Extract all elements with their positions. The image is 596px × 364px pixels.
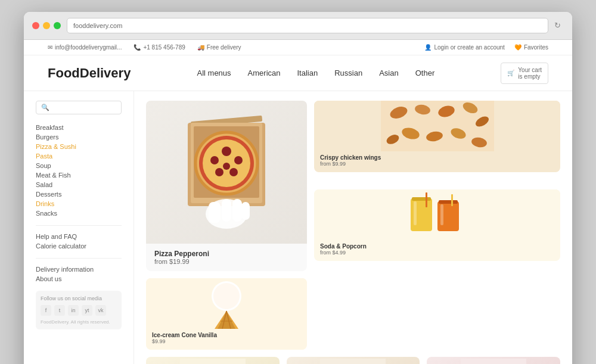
icecream-product-image	[146, 278, 307, 329]
featured-product-info: Pizza Pepperoni from $19.99	[146, 244, 307, 271]
close-button[interactable]	[32, 22, 39, 29]
svg-rect-36	[451, 194, 453, 206]
site-logo: FoodDelivery	[48, 66, 131, 81]
facebook-icon[interactable]: f	[41, 305, 51, 316]
sidebar-category-burgers[interactable]: Burgers	[36, 132, 122, 142]
svg-point-12	[223, 163, 230, 170]
icecream-product-price: $9.99	[152, 338, 301, 344]
box-card[interactable]	[427, 357, 560, 364]
minimize-button[interactable]	[43, 22, 50, 29]
search-input[interactable]	[52, 104, 116, 111]
icecream-product-name: Ice-cream Cone Vanilla	[152, 332, 301, 338]
sidebar-category-snacks[interactable]: Snacks	[36, 209, 122, 218]
sidebar-category-soup[interactable]: Soup	[36, 161, 122, 170]
login-text: Login or create an account	[434, 44, 504, 51]
featured-product-name: Pizza Pepperoni	[154, 250, 299, 258]
nav-item-other[interactable]: Other	[415, 69, 435, 77]
soda-product-card[interactable]: Soda & Popcorn from $4.99	[314, 189, 560, 261]
svg-rect-37	[414, 201, 417, 225]
sidebar-category-desserts[interactable]: Desserts	[36, 189, 122, 199]
page-content: info@fooddeliverygmail... +1 815 456-789…	[24, 40, 572, 364]
featured-grid: Pizza Pepperoni from $19.99	[146, 101, 560, 350]
cart-button[interactable]: Your cart is empty	[501, 63, 548, 84]
sidebar-category-pizza-sushi[interactable]: Pizza & Sushi	[36, 142, 122, 151]
svg-rect-38	[440, 204, 443, 225]
search-icon: 🔍	[41, 104, 49, 111]
icecream-illustration	[188, 278, 265, 329]
icecream-product-card[interactable]: Ice-cream Cone Vanilla $9.99	[146, 278, 307, 350]
favorites-info[interactable]: Favorites	[514, 44, 548, 51]
login-info[interactable]: Login or create an account	[424, 44, 504, 51]
featured-product-price: from $19.99	[154, 258, 299, 265]
soda-product-info: Soda & Popcorn from $4.99	[314, 240, 560, 259]
cart-text: Your cart is empty	[518, 67, 542, 80]
sidebar: 🔍 Breakfast Burgers Pizza & Sushi Pasta …	[24, 91, 134, 364]
soda-product-price: from $4.99	[320, 250, 554, 256]
nav-menu: All menus American Italian Russian Asian…	[197, 69, 435, 77]
chicken-product-card[interactable]: Crispy chicken wings from $9.99	[314, 101, 560, 172]
vk-icon[interactable]: vk	[95, 305, 106, 316]
svg-rect-35	[439, 200, 458, 204]
phone-info: +1 815 456-789	[134, 44, 185, 51]
social-icons: f t in yt vk	[41, 305, 117, 316]
nav-item-asian[interactable]: Asian	[379, 69, 399, 77]
sidebar-about-us[interactable]: About us	[36, 274, 122, 284]
svg-rect-52	[320, 359, 386, 365]
info-bar-left: info@fooddeliverygmail... +1 815 456-789…	[48, 44, 241, 51]
svg-rect-16	[222, 199, 231, 222]
maximize-button[interactable]	[54, 22, 61, 29]
copyright-text: FoodDelivery. All rights reserved.	[41, 319, 117, 325]
icecream-product-info: Ice-cream Cone Vanilla $9.99	[146, 329, 307, 347]
user-icon	[424, 44, 432, 51]
heart-icon	[514, 44, 522, 51]
soda-product-name: Soda & Popcorn	[320, 243, 554, 250]
sidebar-category-breakfast[interactable]: Breakfast	[36, 123, 122, 132]
main-nav: FoodDelivery All menus American Italian …	[24, 55, 572, 91]
chocolate-illustration	[320, 359, 386, 365]
svg-point-9	[234, 156, 243, 164]
soda-product-image	[314, 189, 560, 240]
reload-icon[interactable]: ↻	[554, 21, 564, 30]
sidebar-category-pasta[interactable]: Pasta	[36, 151, 122, 161]
nav-item-american[interactable]: American	[248, 69, 281, 77]
delivery-text: Free delivery	[207, 44, 241, 51]
browser-toolbar: fooddelivery.com ↻	[24, 12, 572, 40]
svg-point-10	[215, 168, 224, 176]
category-list: Breakfast Burgers Pizza & Sushi Pasta So…	[36, 123, 122, 218]
svg-rect-33	[426, 192, 427, 207]
svg-point-7	[222, 147, 231, 156]
traffic-lights	[32, 22, 61, 29]
sidebar-calorie-calc[interactable]: Calorie calculator	[36, 241, 122, 251]
chicken-product-price: from $9.99	[320, 161, 554, 167]
info-links: Delivery information About us	[36, 265, 122, 284]
cart-icon	[507, 70, 514, 76]
linkedin-icon[interactable]: in	[68, 305, 79, 316]
chicken-illustration	[381, 101, 494, 151]
social-section: Follow us on social media f t in yt vk F…	[36, 291, 122, 329]
youtube-icon[interactable]: yt	[82, 305, 92, 316]
chips-card[interactable]	[146, 357, 280, 364]
favorites-text: Favorites	[524, 44, 548, 51]
phone-icon	[134, 44, 141, 51]
svg-point-41	[213, 283, 240, 309]
sidebar-category-drinks[interactable]: Drinks	[36, 199, 122, 209]
sidebar-delivery-info[interactable]: Delivery information	[36, 265, 122, 274]
sidebar-category-salad[interactable]: Salad	[36, 180, 122, 189]
featured-product-card[interactable]: Pizza Pepperoni from $19.99	[146, 101, 307, 271]
social-label: Follow us on social media	[41, 295, 117, 301]
chocolate-card[interactable]	[287, 357, 420, 364]
nav-item-all-menus[interactable]: All menus	[197, 69, 231, 77]
sidebar-divider-1	[36, 225, 122, 226]
svg-rect-17	[232, 199, 242, 222]
nav-item-russian[interactable]: Russian	[334, 69, 362, 77]
svg-rect-58	[461, 359, 526, 365]
svg-point-8	[210, 156, 219, 164]
chicken-product-info: Crispy chicken wings from $9.99	[314, 151, 560, 170]
content-area: Pizza Pepperoni from $19.99	[134, 91, 572, 364]
twitter-icon[interactable]: t	[54, 305, 65, 316]
search-box[interactable]: 🔍	[36, 101, 122, 114]
sidebar-help-faq[interactable]: Help and FAQ	[36, 232, 122, 241]
nav-item-italian[interactable]: Italian	[297, 69, 318, 77]
sidebar-category-meat-fish[interactable]: Meat & Fish	[36, 170, 122, 180]
url-bar[interactable]: fooddelivery.com	[67, 18, 548, 33]
